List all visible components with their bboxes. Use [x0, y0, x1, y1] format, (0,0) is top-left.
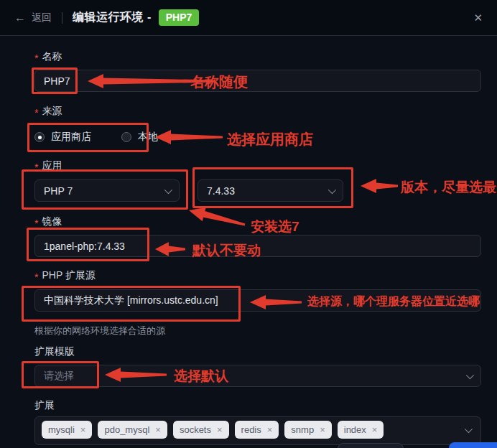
- template-label: 扩展模版: [34, 345, 75, 358]
- tag-close-icon[interactable]: ×: [267, 425, 273, 434]
- tag-close-icon[interactable]: ×: [80, 425, 86, 434]
- template-select[interactable]: 请选择: [34, 365, 481, 387]
- version-select[interactable]: 7.4.33: [198, 179, 343, 202]
- image-label: * 镜像: [34, 215, 62, 228]
- annotation-text-install: 安装选7: [251, 218, 299, 236]
- extension-tag: pdo_mysql ×: [98, 421, 167, 439]
- drawer-header: ← 返回 编辑运行环境 - PHP7 ✕: [0, 0, 497, 36]
- required-mark: *: [34, 108, 38, 118]
- ext-source-label: * PHP 扩展源: [34, 269, 96, 282]
- edit-runtime-drawer: ← 返回 编辑运行环境 - PHP7 ✕ * 名称 PHP7 * 来源 应用商店…: [0, 0, 497, 448]
- radio-unselected-icon: [121, 132, 131, 142]
- tag-close-icon[interactable]: ×: [217, 425, 223, 434]
- name-label: * 名称: [34, 50, 62, 63]
- extension-tag: index ×: [338, 421, 384, 439]
- radio-app-store[interactable]: 应用商店: [34, 131, 91, 144]
- chevron-down-icon: [164, 185, 172, 193]
- extensions-multiselect[interactable]: mysqli × pdo_mysql × sockets × redis × s…: [34, 416, 481, 445]
- close-icon[interactable]: ✕: [473, 11, 483, 24]
- ext-source-select[interactable]: 中国科学技术大学 [mirrors.ustc.edu.cn]: [34, 289, 481, 312]
- name-input[interactable]: PHP7: [34, 70, 481, 92]
- radio-selected-icon: [34, 132, 45, 142]
- extension-tag: sockets ×: [173, 421, 229, 439]
- chevron-down-icon: [466, 295, 474, 303]
- extension-tag: snmp ×: [284, 421, 331, 439]
- drawer-title: 编辑运行环境 -: [73, 10, 152, 25]
- back-button[interactable]: ← 返回: [14, 11, 52, 24]
- extension-tag: mysqli ×: [42, 421, 92, 439]
- radio-local[interactable]: 本地: [121, 131, 158, 144]
- back-arrow-icon: ←: [14, 12, 26, 24]
- source-radio-group: 应用商店 本地: [34, 131, 158, 144]
- chevron-down-icon: [465, 425, 473, 433]
- source-label: * 来源: [34, 105, 62, 118]
- required-mark: *: [34, 53, 38, 63]
- annotation-text-source: 选择应用商店: [227, 130, 313, 149]
- ext-source-helper: 根据你的网络环境选择合适的源: [34, 325, 165, 337]
- tag-close-icon[interactable]: ×: [155, 425, 161, 434]
- tag-close-icon[interactable]: ×: [320, 425, 325, 434]
- chevron-down-icon: [466, 370, 474, 378]
- back-label: 返回: [32, 11, 52, 24]
- required-mark: *: [34, 162, 38, 172]
- required-mark: *: [34, 272, 38, 282]
- image-input[interactable]: 1panel-php:7.4.33: [34, 235, 481, 257]
- extension-tag: redis ×: [235, 421, 279, 439]
- runtime-badge: PHP7: [159, 9, 200, 26]
- confirm-button-partial[interactable]: [449, 442, 497, 448]
- chevron-down-icon: [328, 185, 336, 193]
- app-select[interactable]: PHP 7: [34, 179, 180, 202]
- cancel-button-partial[interactable]: [338, 443, 404, 448]
- annotation-text-version: 版本，尽量选最: [401, 178, 496, 197]
- required-mark: *: [34, 218, 38, 228]
- tag-close-icon[interactable]: ×: [372, 425, 378, 434]
- header-divider: [62, 12, 62, 24]
- extensions-label: 扩展: [34, 399, 55, 412]
- app-label: * 应用: [34, 159, 62, 172]
